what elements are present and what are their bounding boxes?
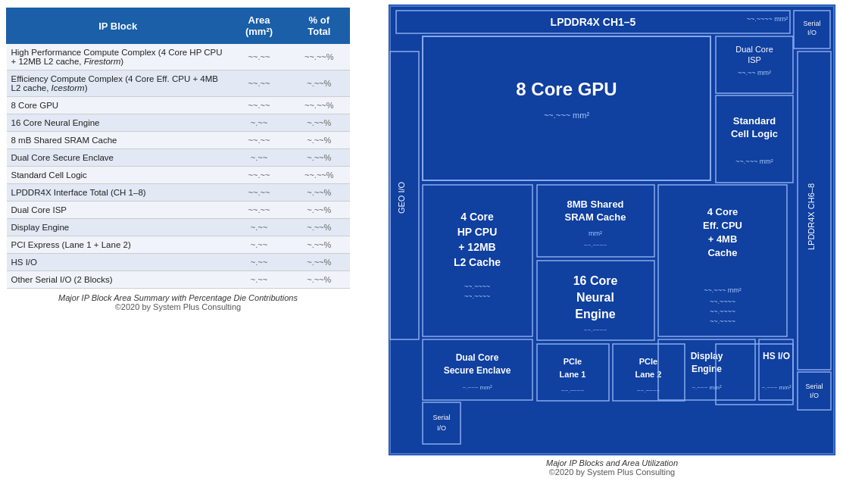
svg-text:~~.~~~~: ~~.~~~~	[464, 292, 490, 300]
svg-text:mm²: mm²	[589, 230, 602, 237]
col-header-pct: % ofTotal	[289, 8, 349, 44]
row-area: ~.~~	[229, 219, 289, 236]
row-ip-name: PCI Express (Lane 1 + Lane 2)	[7, 236, 229, 254]
svg-text:~~.~~~~: ~~.~~~~	[561, 387, 585, 394]
row-area: ~~.~~	[229, 132, 289, 149]
row-area: ~~.~~	[229, 184, 289, 202]
left-caption: Major IP Block Area Summary with Percent…	[6, 293, 350, 302]
svg-text:16 Core: 16 Core	[573, 274, 618, 287]
svg-text:Cell Logic: Cell Logic	[731, 128, 778, 139]
svg-text:~~.~~~~ mm²: ~~.~~~~ mm²	[747, 15, 788, 23]
row-area: ~~.~~	[229, 44, 289, 70]
table-row: Display Engine~.~~~.~~%	[7, 219, 350, 236]
table-row: Dual Core ISP~~.~~~.~~%	[7, 202, 350, 219]
svg-text:Engine: Engine	[575, 308, 615, 320]
svg-text:L2 Cache: L2 Cache	[454, 256, 501, 268]
svg-text:+ 12MB: + 12MB	[458, 241, 495, 253]
row-ip-name: Efficiency Compute Complex (4 Core Eff. …	[7, 70, 229, 97]
table-row: Standard Cell Logic~~.~~~~.~~%	[7, 167, 350, 184]
table-row: 8 Core GPU~~.~~~~.~~%	[7, 97, 350, 114]
row-pct: ~.~~%	[289, 149, 349, 167]
svg-text:Serial: Serial	[805, 383, 823, 390]
right-caption: Major IP Blocks and Area Utilization	[546, 458, 678, 467]
svg-text:Lane 1: Lane 1	[560, 370, 586, 379]
right-copyright: ©2020 by System Plus Consulting	[546, 467, 678, 477]
svg-text:~.~~~ mm²: ~.~~~ mm²	[761, 384, 791, 391]
left-copyright: ©2020 by System Plus Consulting	[6, 302, 350, 311]
row-area: ~.~~	[229, 114, 289, 132]
svg-text:Display: Display	[691, 351, 723, 361]
svg-text:I/O: I/O	[437, 424, 446, 432]
row-area: ~~.~~	[229, 167, 289, 184]
row-area: ~~.~~	[229, 97, 289, 114]
svg-text:~~.~~~~: ~~.~~~~	[584, 327, 607, 333]
row-pct: ~.~~%	[289, 184, 349, 202]
svg-text:Lane 2: Lane 2	[635, 370, 662, 379]
table-row: Efficiency Compute Complex (4 Core Eff. …	[7, 70, 350, 97]
svg-text:ISP: ISP	[748, 55, 761, 64]
row-pct: ~.~~%	[289, 70, 349, 97]
row-pct: ~.~~%	[289, 219, 349, 236]
table-row: Dual Core Secure Enclave~.~~~.~~%	[7, 149, 350, 167]
chip-svg: LPDDR4X CH1–5 ~~.~~~~ mm² Serial I/O LPD…	[389, 5, 835, 455]
row-ip-name: 8 mB Shared SRAM Cache	[7, 132, 229, 149]
row-area: ~.~~	[229, 149, 289, 167]
table-row: PCI Express (Lane 1 + Lane 2)~.~~~.~~%	[7, 236, 350, 254]
svg-text:PCIe: PCIe	[564, 357, 582, 366]
svg-text:Serial: Serial	[432, 414, 450, 421]
svg-text:+ 4MB: + 4MB	[708, 233, 738, 245]
svg-text:Neural: Neural	[576, 291, 614, 304]
svg-text:~~.~~~ mm²: ~~.~~~ mm²	[735, 158, 773, 165]
table-row: 8 mB Shared SRAM Cache~~.~~~.~~%	[7, 132, 350, 149]
row-pct: ~.~~%	[289, 114, 349, 132]
row-ip-name: HS I/O	[7, 254, 229, 271]
row-pct: ~.~~%	[289, 271, 349, 289]
svg-text:I/O: I/O	[810, 392, 819, 399]
col-header-ipblock: IP Block	[7, 8, 229, 44]
row-ip-name: Dual Core ISP	[7, 202, 229, 219]
table-row: Other Serial I/O (2 Blocks)~.~~~.~~%	[7, 271, 350, 289]
table-row: 16 Core Neural Engine~.~~~.~~%	[7, 114, 350, 132]
svg-text:Engine: Engine	[692, 364, 722, 374]
row-pct: ~.~~%	[289, 236, 349, 254]
svg-text:~~.~~~~: ~~.~~~~	[464, 283, 490, 290]
row-pct: ~.~~%	[289, 254, 349, 271]
table-row: LPDDR4X Interface Total (CH 1–8)~~.~~~.~…	[7, 184, 350, 202]
row-ip-name: Display Engine	[7, 219, 229, 236]
col-header-area: Area(mm²)	[229, 8, 289, 44]
left-panel: IP Block Area(mm²) % ofTotal High Perfor…	[0, 0, 356, 494]
row-pct: ~~.~~%	[289, 167, 349, 184]
chip-diagram-container: LPDDR4X CH1–5 ~~.~~~~ mm² Serial I/O LPD…	[389, 5, 835, 455]
svg-text:Standard: Standard	[733, 115, 776, 127]
svg-text:8MB Shared: 8MB Shared	[567, 199, 623, 210]
row-ip-name: LPDDR4X Interface Total (CH 1–8)	[7, 184, 229, 202]
svg-text:GEO I/O: GEO I/O	[397, 181, 406, 214]
row-ip-name: High Performance Compute Complex (4 Core…	[7, 44, 229, 70]
svg-text:Serial: Serial	[803, 20, 820, 27]
svg-text:Cache: Cache	[707, 247, 737, 258]
svg-text:HP CPU: HP CPU	[457, 226, 498, 238]
right-caption-area: Major IP Blocks and Area Utilization ©20…	[546, 458, 678, 477]
row-area: ~.~~	[229, 254, 289, 271]
svg-text:~~.~~~~: ~~.~~~~	[710, 308, 735, 315]
table-row: HS I/O~.~~~.~~%	[7, 254, 350, 271]
svg-text:~~.~~~ mm²: ~~.~~~ mm²	[544, 111, 590, 120]
row-ip-name: Other Serial I/O (2 Blocks)	[7, 271, 229, 289]
svg-text:~.~~~ mm²: ~.~~~ mm²	[462, 384, 492, 391]
row-pct: ~~.~~%	[289, 44, 349, 70]
row-area: ~.~~	[229, 236, 289, 254]
row-ip-name: Standard Cell Logic	[7, 167, 229, 184]
row-pct: ~.~~%	[289, 202, 349, 219]
table-row: High Performance Compute Complex (4 Core…	[7, 44, 350, 70]
row-area: ~.~~	[229, 271, 289, 289]
svg-text:Dual Core: Dual Core	[456, 352, 499, 363]
svg-text:~.~~~ mm²: ~.~~~ mm²	[692, 384, 721, 391]
svg-text:8 Core GPU: 8 Core GPU	[516, 79, 617, 99]
row-area: ~~.~~	[229, 202, 289, 219]
svg-text:I/O: I/O	[807, 29, 816, 36]
svg-text:LPDDR4X CH1–5: LPDDR4X CH1–5	[551, 16, 636, 28]
svg-text:~~.~~~~: ~~.~~~~	[584, 242, 607, 249]
svg-text:~~.~~ mm²: ~~.~~ mm²	[738, 69, 771, 77]
svg-text:SRAM Cache: SRAM Cache	[565, 211, 626, 223]
svg-text:PCIe: PCIe	[639, 357, 657, 366]
